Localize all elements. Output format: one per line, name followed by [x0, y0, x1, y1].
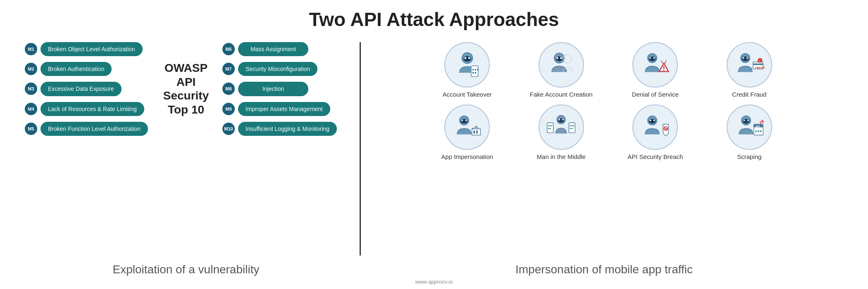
owasp-right-column: M6 Mass Assignment M7 Security Misconfig…	[222, 42, 347, 136]
owasp-badge: M6	[222, 43, 235, 55]
attack-icon-grid: Account Takeover Fake Account Creation	[422, 42, 794, 160]
owasp-badge: M9	[222, 103, 235, 115]
owasp-badge: M7	[222, 63, 235, 75]
attack-icon-label-denial-of-service: Denial of Service	[632, 91, 679, 98]
svg-point-74	[756, 130, 757, 132]
svg-point-34	[460, 118, 467, 123]
owasp-center: OWASP API Security Top 10	[157, 42, 215, 136]
attack-icon-item-scraping: API Scraping	[704, 104, 794, 160]
svg-point-54	[572, 125, 573, 126]
attack-icon-circle-app-impersonation: BANK	[444, 104, 490, 150]
svg-rect-4	[471, 66, 478, 76]
owasp-item-left-1: M2 Broken Authentication	[25, 62, 150, 76]
owasp-label: Security Misconfiguration	[238, 62, 317, 76]
svg-text:CREDIT: CREDIT	[755, 66, 765, 69]
svg-rect-40	[476, 130, 478, 134]
attack-icon-item-credit-fraud: CREDIT ! Credit Fraud	[704, 42, 794, 98]
svg-point-50	[559, 118, 560, 120]
svg-point-36	[465, 119, 467, 121]
svg-marker-77	[762, 119, 764, 123]
svg-text:BANK: BANK	[473, 126, 481, 129]
left-section: M1 Broken Object Level Authorization M2 …	[17, 42, 355, 256]
attack-icon-circle-fake-account	[539, 42, 584, 88]
owasp-label: Lack of Resources & Rate Limiting	[41, 102, 144, 116]
right-section: Account Takeover Fake Account Creation	[365, 42, 851, 256]
attack-icon-circle-man-in-middle	[539, 104, 584, 150]
owasp-item-right-4: M10 Insufficient Logging & Monitoring	[222, 122, 347, 136]
owasp-label: Broken Function Level Authorization	[41, 122, 148, 136]
attack-icon-item-fake-account: Fake Account Creation	[516, 42, 606, 98]
svg-point-44	[550, 125, 551, 126]
svg-rect-42	[547, 123, 553, 133]
attack-icon-circle-denial-of-service	[632, 42, 678, 88]
attack-icon-circle-api-security-breach: API	[632, 104, 678, 150]
attack-icon-item-api-security-breach: API API Security Breach	[610, 104, 701, 160]
owasp-item-right-2: M8 Injection	[222, 82, 347, 96]
attack-icon-item-app-impersonation: BANK App Impersonation	[422, 104, 513, 160]
attack-icon-label-api-security-breach: API Security Breach	[627, 153, 683, 160]
attack-icon-circle-account-takeover	[444, 42, 490, 88]
attack-icon-circle-scraping: API	[727, 104, 772, 150]
svg-point-68	[743, 118, 750, 123]
owasp-line1: OWASP	[165, 61, 207, 75]
svg-point-51	[562, 118, 564, 120]
svg-point-45	[551, 125, 553, 126]
attack-icon-item-man-in-middle: Man in the Middle	[516, 104, 606, 160]
svg-point-6	[475, 69, 476, 70]
svg-point-76	[760, 130, 762, 132]
svg-point-56	[570, 128, 571, 129]
owasp-line4: Top 10	[168, 103, 204, 117]
page-title: Two API Attack Approaches	[309, 8, 559, 31]
owasp-badge: M1	[25, 43, 37, 55]
svg-text:!: !	[759, 59, 761, 63]
owasp-badge: M2	[25, 63, 37, 75]
svg-point-46	[548, 128, 549, 129]
owasp-item-right-1: M7 Security Misconfiguration	[222, 62, 347, 76]
attack-icon-label-man-in-middle: Man in the Middle	[537, 153, 586, 160]
owasp-label: Injection	[238, 82, 308, 96]
svg-point-61	[649, 118, 656, 123]
owasp-badge: M4	[25, 103, 37, 115]
svg-point-8	[472, 72, 474, 73]
svg-line-23	[665, 60, 666, 64]
svg-point-55	[573, 125, 574, 126]
owasp-badge: M8	[222, 83, 235, 95]
owasp-badge: M10	[222, 123, 235, 135]
svg-point-2	[464, 57, 466, 59]
owasp-item-left-2: M3 Excessive Data Exposure	[25, 82, 150, 96]
svg-point-7	[477, 69, 479, 70]
owasp-item-left-0: M1 Broken Object Level Authorization	[25, 42, 150, 56]
svg-point-75	[758, 130, 759, 132]
svg-point-13	[560, 57, 562, 59]
owasp-item-right-3: M9 Improper Assets Management	[222, 102, 347, 116]
svg-point-27	[746, 57, 748, 59]
attack-icon-label-fake-account: Fake Account Creation	[530, 91, 593, 98]
svg-point-63	[653, 119, 655, 121]
svg-point-21	[663, 70, 664, 71]
attack-icon-label-app-impersonation: App Impersonation	[441, 153, 493, 160]
svg-point-18	[653, 57, 655, 59]
attack-icon-label-account-takeover: Account Takeover	[443, 91, 492, 98]
svg-point-17	[649, 57, 651, 59]
svg-point-43	[548, 125, 549, 126]
svg-point-49	[558, 118, 564, 122]
exploitation-label: Exploitation of a vulnerability	[17, 263, 355, 276]
svg-point-57	[572, 128, 573, 129]
owasp-label: Broken Authentication	[41, 62, 112, 76]
page: Two API Attack Approaches M1 Broken Obje…	[0, 0, 868, 289]
attack-icon-item-denial-of-service: Denial of Service	[610, 42, 701, 98]
section-divider	[360, 42, 361, 256]
attack-icon-item-account-takeover: Account Takeover	[422, 42, 513, 98]
footer-url: www.approov.io	[17, 279, 851, 285]
svg-rect-39	[473, 130, 475, 134]
attack-icon-label-scraping: Scraping	[737, 153, 761, 160]
svg-point-3	[468, 57, 470, 59]
owasp-item-right-0: M6 Mass Assignment	[222, 42, 347, 56]
owasp-label: Excessive Data Exposure	[41, 82, 122, 96]
svg-point-62	[649, 119, 651, 121]
svg-point-26	[743, 57, 744, 59]
content-row: M1 Broken Object Level Authorization M2 …	[17, 42, 851, 256]
svg-point-5	[472, 69, 474, 70]
svg-point-9	[475, 72, 476, 73]
owasp-item-left-3: M4 Lack of Resources & Rate Limiting	[25, 102, 150, 116]
